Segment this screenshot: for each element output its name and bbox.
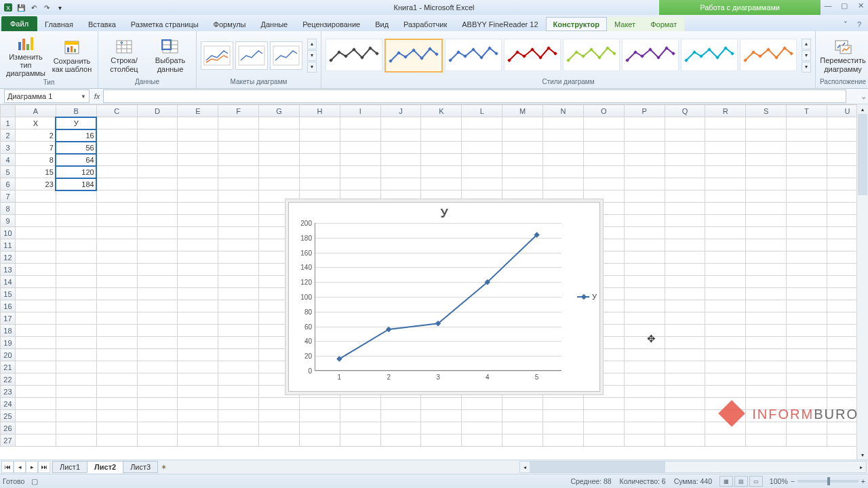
col-header-D[interactable]: D <box>137 105 178 117</box>
cell-G27[interactable] <box>259 434 300 447</box>
cell-D19[interactable] <box>137 337 178 349</box>
cell-R14[interactable] <box>705 276 746 288</box>
cell-T16[interactable] <box>787 300 827 312</box>
cell-J1[interactable] <box>380 117 421 129</box>
tab-Разметка страницы[interactable]: Разметка страницы <box>123 17 206 31</box>
cell-Q6[interactable] <box>665 178 705 190</box>
tab-Рецензирование[interactable]: Рецензирование <box>295 17 368 31</box>
cell-Q21[interactable] <box>665 361 705 373</box>
cell-Q4[interactable] <box>665 154 705 166</box>
cell-R16[interactable] <box>705 300 746 312</box>
cell-G7[interactable] <box>259 190 300 203</box>
cell-A15[interactable] <box>15 288 56 300</box>
minimize-button[interactable]: — <box>822 1 834 10</box>
cell-K1[interactable] <box>421 117 462 129</box>
cell-Q1[interactable] <box>665 117 705 129</box>
cell-T22[interactable] <box>787 373 827 386</box>
cell-H25[interactable] <box>299 410 340 422</box>
cell-R11[interactable] <box>705 239 746 251</box>
cell-E12[interactable] <box>178 251 218 264</box>
page-break-view-icon[interactable]: ▭ <box>749 476 763 487</box>
cell-S23[interactable] <box>746 386 787 398</box>
cell-D10[interactable] <box>137 227 178 239</box>
cell-C22[interactable] <box>96 373 137 386</box>
cell-B22[interactable] <box>56 373 96 386</box>
cell-R4[interactable] <box>705 154 746 166</box>
fx-icon[interactable]: fx <box>91 92 103 100</box>
cell-C8[interactable] <box>96 203 137 215</box>
cell-E20[interactable] <box>178 349 218 361</box>
cell-S22[interactable] <box>746 373 787 386</box>
cell-T13[interactable] <box>787 264 827 276</box>
cell-N3[interactable] <box>543 142 584 154</box>
chart-layout-3[interactable] <box>270 41 302 70</box>
cell-K3[interactable] <box>421 142 462 154</box>
formula-input[interactable] <box>103 89 846 103</box>
cell-Q22[interactable] <box>665 373 705 386</box>
tab-Вставка[interactable]: Вставка <box>81 17 123 31</box>
cell-F26[interactable] <box>218 422 259 434</box>
prev-sheet-icon[interactable]: ◂ <box>14 461 26 473</box>
cell-A8[interactable] <box>15 203 56 215</box>
cell-L1[interactable] <box>462 117 502 129</box>
tab-Конструктор[interactable]: Конструктор <box>546 17 607 31</box>
cell-A7[interactable] <box>15 190 56 203</box>
cell-N26[interactable] <box>543 422 584 434</box>
horizontal-scrollbar[interactable]: ◂ ▸ <box>519 461 867 473</box>
cell-M1[interactable] <box>502 117 543 129</box>
cell-A14[interactable] <box>15 276 56 288</box>
cell-T7[interactable] <box>787 190 827 203</box>
cell-R19[interactable] <box>705 337 746 349</box>
change-chart-type-button[interactable]: Изменить тип диаграммы <box>4 33 47 79</box>
cell-O3[interactable] <box>583 142 624 154</box>
cell-C18[interactable] <box>96 325 137 337</box>
row-header-10[interactable]: 10 <box>1 227 16 239</box>
cell-C16[interactable] <box>96 300 137 312</box>
cell-F1[interactable] <box>218 117 259 129</box>
cell-Q9[interactable] <box>665 215 705 227</box>
chart-style-1[interactable] <box>326 39 382 71</box>
cell-L25[interactable] <box>462 410 502 422</box>
page-layout-view-icon[interactable]: ▤ <box>734 476 748 487</box>
cell-C7[interactable] <box>96 190 137 203</box>
cell-B20[interactable] <box>56 349 96 361</box>
cell-P13[interactable] <box>624 264 665 276</box>
cell-Q18[interactable] <box>665 325 705 337</box>
cell-T21[interactable] <box>787 361 827 373</box>
cell-C27[interactable] <box>96 434 137 447</box>
cell-B7[interactable] <box>56 190 96 203</box>
cell-C19[interactable] <box>96 337 137 349</box>
col-header-J[interactable]: J <box>380 105 421 117</box>
save-icon[interactable]: 💾 <box>16 2 26 13</box>
cell-A2[interactable]: 2 <box>15 129 56 142</box>
cell-S5[interactable] <box>746 166 787 178</box>
cell-H5[interactable] <box>299 166 340 178</box>
col-header-Q[interactable]: Q <box>665 105 705 117</box>
chart-layout-1[interactable] <box>201 41 233 70</box>
cell-R15[interactable] <box>705 288 746 300</box>
cell-D15[interactable] <box>137 288 178 300</box>
cell-A13[interactable] <box>15 264 56 276</box>
cell-J3[interactable] <box>380 142 421 154</box>
cell-B18[interactable] <box>56 325 96 337</box>
cell-F18[interactable] <box>218 325 259 337</box>
cell-S8[interactable] <box>746 203 787 215</box>
cell-R13[interactable] <box>705 264 746 276</box>
minimize-ribbon-icon[interactable]: ˅ <box>841 20 850 29</box>
cell-F13[interactable] <box>218 264 259 276</box>
row-header-26[interactable]: 26 <box>1 422 16 434</box>
row-header-17[interactable]: 17 <box>1 312 16 325</box>
tab-Разработчик[interactable]: Разработчик <box>396 17 454 31</box>
cell-F10[interactable] <box>218 227 259 239</box>
cell-G6[interactable] <box>259 178 300 190</box>
row-header-7[interactable]: 7 <box>1 190 16 203</box>
cell-A24[interactable] <box>15 398 56 410</box>
cell-S20[interactable] <box>746 349 787 361</box>
cell-D1[interactable] <box>137 117 178 129</box>
chart-layouts-gallery[interactable] <box>201 41 302 70</box>
cell-L2[interactable] <box>462 129 502 142</box>
cell-P2[interactable] <box>624 129 665 142</box>
cell-S17[interactable] <box>746 312 787 325</box>
cell-T20[interactable] <box>787 349 827 361</box>
cell-T17[interactable] <box>787 312 827 325</box>
